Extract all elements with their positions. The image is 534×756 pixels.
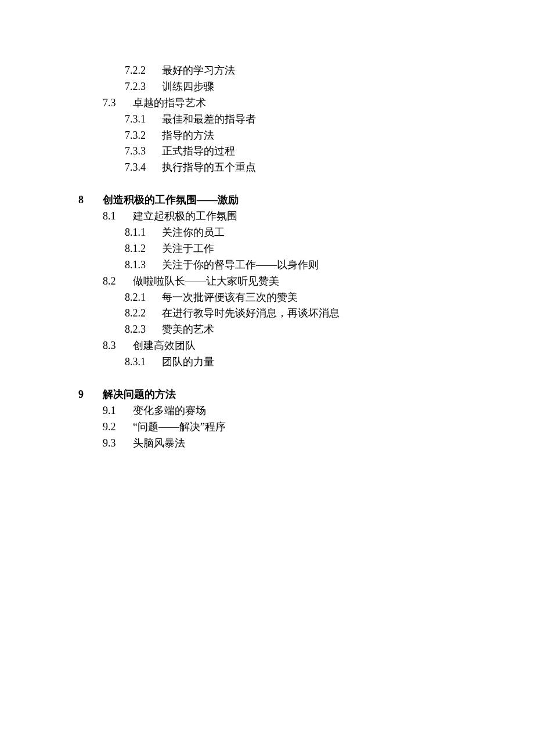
toc-title: 执行指导的五个重点 (162, 160, 256, 176)
toc-title: 卓越的指导艺术 (133, 95, 206, 111)
toc-title: 做啦啦队长——让大家听见赞美 (133, 273, 279, 290)
toc-title: 关注于你的督导工作——以身作则 (162, 257, 319, 273)
toc-number: 8.2 (103, 273, 133, 290)
toc-entry: 8.2.1 每一次批评便该有三次的赞美 (78, 290, 534, 306)
toc-entry: 7.3.4 执行指导的五个重点 (78, 160, 534, 176)
toc-number: 8.1.3 (125, 257, 162, 273)
toc-title: 指导的方法 (162, 128, 214, 144)
toc-entry: 8.3 创建高效团队 (78, 338, 534, 354)
toc-title: 创造积极的工作氛围——激励 (103, 192, 239, 208)
toc-title: 建立起积极的工作氛围 (133, 208, 237, 225)
toc-title: 创建高效团队 (133, 338, 196, 354)
toc-entry: 8.1.1 关注你的员工 (78, 225, 534, 241)
toc-title: 团队的力量 (162, 354, 214, 370)
toc-number: 8.1.2 (125, 241, 162, 257)
toc-entry: 8.1.2 关注于工作 (78, 241, 534, 257)
toc-number: 8.2.2 (125, 305, 162, 322)
toc-title: 关注你的员工 (162, 225, 225, 241)
toc-title: 正式指导的过程 (162, 143, 235, 160)
toc-entry: 7.2.3 训练四步骤 (78, 79, 534, 95)
toc-number: 7.3.2 (125, 128, 162, 144)
toc-number: 8.2.1 (125, 290, 162, 306)
toc-number: 9.2 (103, 419, 133, 435)
table-of-contents: 7.2.2 最好的学习方法 7.2.3 训练四步骤 7.3 卓越的指导艺术 7.… (78, 63, 534, 452)
toc-entry: 9.1 变化多端的赛场 (78, 403, 534, 419)
toc-number: 8.3.1 (125, 354, 162, 370)
toc-entry: 8.2.2 在进行教导时先谈好消息，再谈坏消息 (78, 305, 534, 322)
toc-number: 9.3 (103, 435, 133, 452)
toc-entry: 8.2.3 赞美的艺术 (78, 322, 534, 338)
toc-chapter: 9 解决问题的方法 (78, 387, 534, 403)
toc-title: 变化多端的赛场 (133, 403, 206, 419)
toc-title: 在进行教导时先谈好消息，再谈坏消息 (162, 305, 340, 322)
toc-entry: 8.2 做啦啦队长——让大家听见赞美 (78, 273, 534, 290)
toc-title: 赞美的艺术 (162, 322, 214, 338)
toc-title: 最佳和最差的指导者 (162, 111, 256, 128)
toc-number: 8 (78, 192, 103, 208)
toc-entry: 7.2.2 最好的学习方法 (78, 63, 534, 79)
toc-title: 训练四步骤 (162, 79, 214, 95)
toc-entry: 8.1 建立起积极的工作氛围 (78, 208, 534, 225)
toc-entry: 7.3.1 最佳和最差的指导者 (78, 111, 534, 128)
toc-number: 9 (78, 387, 103, 403)
toc-entry: 8.3.1 团队的力量 (78, 354, 534, 370)
toc-title: 每一次批评便该有三次的赞美 (162, 290, 298, 306)
toc-number: 7.2.3 (125, 79, 162, 95)
toc-number: 9.1 (103, 403, 133, 419)
toc-entry: 7.3 卓越的指导艺术 (78, 95, 534, 111)
toc-number: 8.3 (103, 338, 133, 354)
toc-title: 关注于工作 (162, 241, 214, 257)
toc-number: 7.3.4 (125, 160, 162, 176)
toc-entry: 7.3.2 指导的方法 (78, 128, 534, 144)
toc-title: 头脑风暴法 (133, 435, 185, 452)
toc-number: 7.3.1 (125, 111, 162, 128)
toc-number: 8.1 (103, 208, 133, 225)
toc-number: 7.2.2 (125, 63, 162, 79)
toc-title: “问题——解决”程序 (133, 419, 226, 435)
toc-entry: 7.3.3 正式指导的过程 (78, 143, 534, 160)
toc-entry: 9.2 “问题——解决”程序 (78, 419, 534, 435)
toc-title: 解决问题的方法 (103, 387, 176, 403)
toc-entry: 9.3 头脑风暴法 (78, 435, 534, 452)
toc-number: 7.3.3 (125, 143, 162, 160)
toc-title: 最好的学习方法 (162, 63, 235, 79)
toc-number: 7.3 (103, 95, 133, 111)
toc-entry: 8.1.3 关注于你的督导工作——以身作则 (78, 257, 534, 273)
toc-number: 8.1.1 (125, 225, 162, 241)
toc-number: 8.2.3 (125, 322, 162, 338)
toc-chapter: 8 创造积极的工作氛围——激励 (78, 192, 534, 208)
